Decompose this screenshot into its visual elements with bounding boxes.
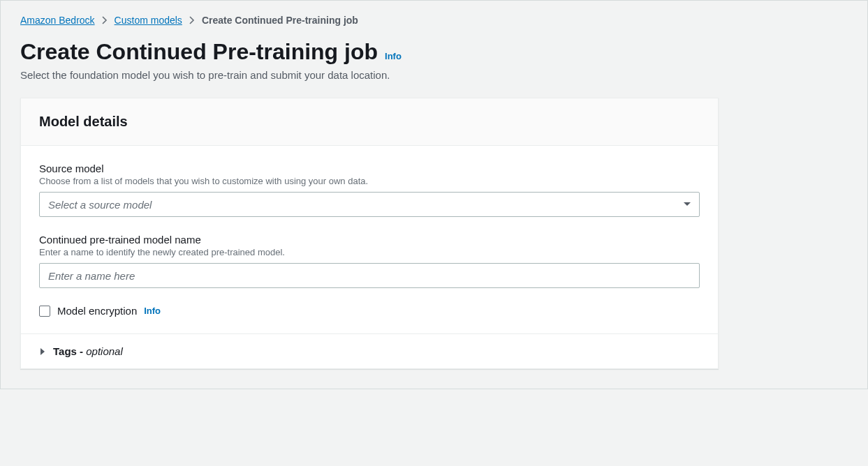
source-model-select[interactable]: Select a source model: [39, 192, 700, 217]
model-name-hint: Enter a name to identify the newly creat…: [39, 247, 700, 257]
source-model-label: Source model: [39, 163, 700, 174]
model-encryption-group: Model encryption Info: [39, 305, 700, 317]
model-details-panel: Model details Source model Choose from a…: [20, 98, 719, 369]
model-encryption-checkbox[interactable]: [39, 306, 50, 317]
model-name-group: Continued pre-trained model name Enter a…: [39, 234, 700, 288]
tags-label: Tags - optional: [53, 345, 123, 357]
chevron-right-icon: [102, 16, 108, 24]
chevron-right-icon: [189, 16, 195, 24]
encryption-info-link[interactable]: Info: [144, 306, 161, 316]
breadcrumb: Amazon Bedrock Custom models Create Cont…: [20, 15, 848, 26]
breadcrumb-link-bedrock[interactable]: Amazon Bedrock: [20, 15, 95, 26]
page-title: Create Continued Pre-training job: [20, 38, 378, 65]
page-header: Create Continued Pre-training job Info S…: [20, 38, 848, 81]
model-name-input[interactable]: [39, 263, 700, 288]
panel-header: Model details: [21, 98, 718, 146]
page-subtitle: Select the foundation model you wish to …: [20, 69, 848, 81]
panel-title: Model details: [39, 114, 700, 130]
info-link[interactable]: Info: [385, 51, 402, 61]
model-encryption-label: Model encryption: [57, 305, 137, 317]
tags-expander[interactable]: Tags - optional: [21, 333, 718, 368]
caret-right-icon: [39, 347, 46, 356]
model-name-label: Continued pre-trained model name: [39, 234, 700, 246]
breadcrumb-link-custom-models[interactable]: Custom models: [115, 15, 182, 26]
source-model-hint: Choose from a list of models that you wi…: [39, 176, 700, 186]
breadcrumb-current: Create Continued Pre-training job: [202, 15, 358, 26]
source-model-group: Source model Choose from a list of model…: [39, 163, 700, 217]
